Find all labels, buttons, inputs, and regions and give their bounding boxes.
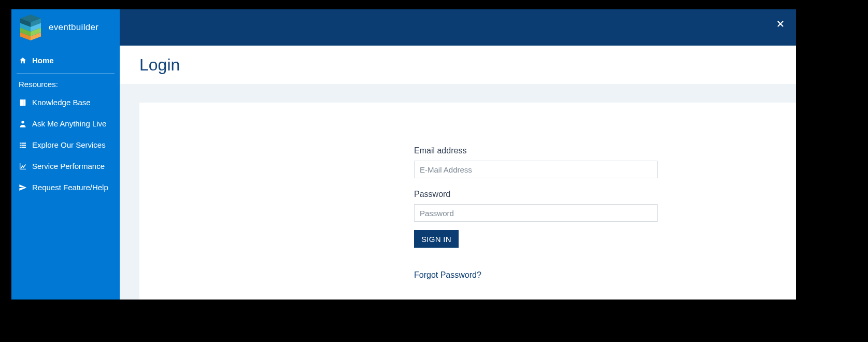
sidebar-item-home[interactable]: Home — [11, 50, 120, 71]
page-title: Login — [139, 55, 180, 75]
sidebar-item-label: Explore Our Services — [32, 140, 106, 149]
close-icon — [776, 19, 785, 31]
svg-rect-13 — [21, 145, 26, 146]
app-frame: eventbuilder Home Resources: Knowledge B… — [11, 9, 796, 300]
close-button[interactable] — [769, 13, 792, 36]
brand-area: eventbuilder — [11, 9, 120, 50]
top-bar — [120, 9, 796, 46]
sidebar: eventbuilder Home Resources: Knowledge B… — [11, 9, 120, 300]
sidebar-section-label: Resources: — [11, 77, 120, 92]
page-title-bar: Login — [120, 46, 796, 84]
book-icon — [19, 98, 27, 107]
signin-button[interactable]: SIGN IN — [414, 230, 459, 248]
email-label: Email address — [414, 146, 658, 155]
svg-rect-11 — [21, 142, 26, 144]
sidebar-item-label: Service Performance — [32, 162, 105, 170]
password-field[interactable] — [414, 204, 658, 222]
sidebar-item-label: Ask Me Anything Live — [32, 119, 106, 128]
svg-point-9 — [21, 121, 24, 123]
sidebar-item-explore-services[interactable]: Explore Our Services — [11, 134, 120, 155]
email-field[interactable] — [414, 161, 658, 178]
sidebar-item-label: Home — [32, 56, 54, 65]
login-card: Email address Password SIGN IN Forgot Pa… — [139, 103, 796, 300]
sidebar-item-knowledge-base[interactable]: Knowledge Base — [11, 92, 120, 113]
svg-rect-12 — [20, 145, 21, 146]
paper-plane-icon — [19, 183, 27, 192]
sidebar-divider — [17, 73, 115, 74]
login-form: Email address Password SIGN IN Forgot Pa… — [414, 146, 658, 280]
brand-logo-icon — [18, 15, 44, 40]
home-icon — [19, 56, 27, 65]
sidebar-item-service-performance[interactable]: Service Performance — [11, 155, 120, 177]
password-label: Password — [414, 190, 658, 199]
sidebar-toggle-handle[interactable] — [11, 218, 17, 231]
forgot-password-link[interactable]: Forgot Password? — [414, 270, 658, 280]
content-area: Email address Password SIGN IN Forgot Pa… — [120, 84, 796, 300]
sidebar-item-request-feature[interactable]: Request Feature/Help — [11, 177, 120, 198]
svg-rect-15 — [21, 147, 26, 148]
svg-rect-10 — [20, 142, 21, 144]
person-icon — [19, 120, 27, 128]
list-icon — [19, 141, 27, 149]
sidebar-item-label: Knowledge Base — [32, 98, 91, 107]
sidebar-item-ask-me-anything[interactable]: Ask Me Anything Live — [11, 113, 120, 134]
sidebar-item-label: Request Feature/Help — [32, 183, 108, 192]
svg-rect-14 — [20, 147, 21, 148]
brand-name: eventbuilder — [49, 22, 98, 33]
chart-line-icon — [19, 162, 27, 170]
